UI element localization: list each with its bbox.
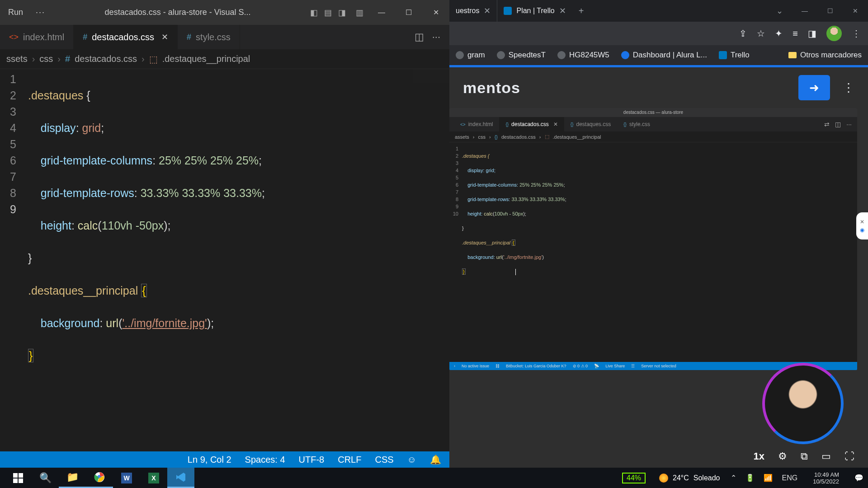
svg-rect-1	[19, 473, 23, 478]
video-player[interactable]: destacados.css — alura-store <>index.htm…	[449, 108, 868, 468]
vscode-taskbar-icon[interactable]	[167, 468, 194, 488]
side-panel-icon[interactable]: ◨	[808, 28, 816, 39]
explorer-icon[interactable]: 📁	[59, 468, 86, 488]
bookmark-item[interactable]: Trello	[719, 51, 750, 60]
chrome-icon[interactable]	[86, 468, 113, 488]
layout-left-icon[interactable]: ◧	[310, 8, 318, 18]
other-bookmarks[interactable]: Otros marcadores	[788, 51, 862, 60]
split-icon: ◫	[835, 121, 841, 128]
bookmark-item[interactable]: Dashboard | Alura L...	[621, 51, 707, 60]
svg-rect-3	[19, 479, 23, 483]
browser-tab[interactable]: uestros ✕	[449, 0, 497, 22]
word-icon[interactable]: W	[113, 468, 140, 488]
symbol-icon: ⬚	[149, 54, 158, 65]
layout-right-icon[interactable]: ◨	[338, 8, 346, 18]
tab-destacados-css[interactable]: # destacados.css ✕	[74, 25, 178, 49]
bc-file[interactable]: destacados.css	[75, 54, 137, 64]
page-menu-icon[interactable]: ⋮	[843, 81, 854, 95]
bc-folder[interactable]: ssets	[6, 54, 28, 64]
close-tab-icon[interactable]: ✕	[484, 6, 491, 16]
bc-folder[interactable]: css	[39, 54, 53, 64]
layout-bottom-icon[interactable]: ▤	[324, 8, 332, 18]
close-tab-icon[interactable]: ✕	[559, 6, 566, 16]
sun-icon	[659, 474, 668, 483]
favicon	[719, 51, 727, 59]
code-content[interactable]: .destaques { display: grid; grid-templat…	[24, 69, 449, 451]
bookmark-item[interactable]: HG8245W5	[557, 51, 609, 60]
close-button[interactable]: ✕	[422, 8, 449, 17]
notifications-icon[interactable]: 💬	[854, 474, 863, 482]
side-widget[interactable]: ✕ ◉	[856, 212, 868, 239]
mini-tab: {}destacados.css✕	[499, 117, 564, 131]
webcam-overlay	[762, 363, 844, 444]
profile-avatar[interactable]	[826, 26, 842, 41]
tab-index-html[interactable]: <> index.html	[0, 25, 74, 49]
mini-code: 12345678910 .destaques { display: grid; …	[449, 142, 857, 307]
maximize-button[interactable]: ☐	[395, 8, 422, 17]
close-icon[interactable]: ✕	[860, 219, 864, 225]
playback-speed[interactable]: 1x	[754, 450, 764, 462]
battery-indicator[interactable]: 44%	[622, 473, 646, 483]
chrome-menu-icon[interactable]: ⋮	[852, 28, 861, 39]
maximize-button[interactable]: ☐	[817, 0, 843, 22]
gear-icon[interactable]: ⚙	[778, 450, 787, 462]
encoding[interactable]: UTF-8	[299, 455, 325, 465]
weather-widget[interactable]: 24°C Soleado	[659, 474, 720, 483]
breadcrumb[interactable]: ssets› css› # destacados.css› ⬚ .destaqu…	[0, 49, 449, 69]
wide-icon[interactable]: ▭	[821, 450, 831, 462]
tab-style-css[interactable]: # style.css	[178, 25, 240, 49]
share-icon[interactable]: ⇪	[739, 28, 747, 39]
wifi-icon[interactable]: 📶	[764, 474, 773, 482]
window-title: destacados.css - alura-store - Visual S.…	[50, 8, 306, 17]
search-icon[interactable]: 🔍	[32, 468, 59, 488]
tab-label: index.html	[23, 32, 64, 42]
indent-setting[interactable]: Spaces: 4	[245, 455, 285, 465]
excel-icon[interactable]: X	[140, 468, 167, 488]
continue-button[interactable]: ➜	[798, 75, 830, 100]
clock[interactable]: 10:49 AM 10/5/2022	[813, 471, 839, 485]
close-tab-icon[interactable]: ✕	[161, 32, 168, 42]
language-indicator[interactable]: ENG	[782, 474, 797, 482]
mini-title: destacados.css — alura-store	[449, 108, 857, 117]
video-content: destacados.css — alura-store <>index.htm…	[449, 108, 857, 370]
feedback-icon[interactable]: ☺	[407, 455, 416, 465]
language-mode[interactable]: CSS	[375, 455, 393, 465]
cursor-position[interactable]: Ln 9, Col 2	[188, 455, 231, 465]
reading-list-icon[interactable]: ≡	[793, 28, 798, 39]
more-actions-icon[interactable]: ···	[432, 31, 440, 43]
minimize-button[interactable]: —	[368, 8, 395, 17]
mini-tabs: <>index.html {}destacados.css✕ {}destaqu…	[449, 117, 857, 131]
vscode-titlebar: Run ··· destacados.css - alura-store - V…	[0, 0, 449, 25]
browser-tab-trello[interactable]: Plan | Trello ✕	[497, 0, 572, 22]
bookmark-item[interactable]: SpeedtesT	[497, 51, 546, 60]
close-button[interactable]: ✕	[843, 0, 868, 22]
code-editor[interactable]: 123456789 .destaques { display: grid; gr…	[0, 69, 449, 451]
favicon	[557, 51, 566, 59]
extensions-icon[interactable]: ✦	[775, 28, 783, 39]
bell-icon[interactable]: 🔔	[430, 454, 441, 465]
favicon	[456, 51, 464, 59]
battery-icon[interactable]: 🔋	[745, 474, 755, 482]
menu-run[interactable]: Run	[0, 8, 31, 17]
fullscreen-icon[interactable]: ⛶	[844, 450, 854, 462]
tab-label: uestros	[456, 7, 479, 15]
star-icon[interactable]: ☆	[757, 28, 765, 39]
start-button[interactable]	[5, 468, 32, 488]
bookmark-item[interactable]: gram	[456, 51, 485, 60]
pip-icon[interactable]: ⧉	[801, 450, 808, 462]
minimize-button[interactable]: —	[792, 0, 817, 22]
split-editor-icon[interactable]: ◫	[415, 31, 424, 43]
bc-symbol[interactable]: .destaques__principal	[162, 54, 250, 64]
line-gutter: 123456789	[0, 69, 24, 451]
compare-icon: ⇄	[824, 121, 830, 128]
folder-icon	[788, 52, 797, 58]
menu-more[interactable]: ···	[31, 8, 50, 17]
tab-search-icon[interactable]: ⌄	[767, 0, 792, 22]
layout-grid-icon[interactable]: ▥	[356, 8, 363, 18]
new-tab-button[interactable]: +	[572, 0, 590, 22]
eol[interactable]: CRLF	[338, 455, 361, 465]
html-icon: <>	[9, 33, 19, 42]
minimap[interactable]	[413, 69, 449, 83]
mini-tab: {}style.css	[617, 117, 656, 131]
chevron-up-icon[interactable]: ⌃	[731, 474, 736, 482]
